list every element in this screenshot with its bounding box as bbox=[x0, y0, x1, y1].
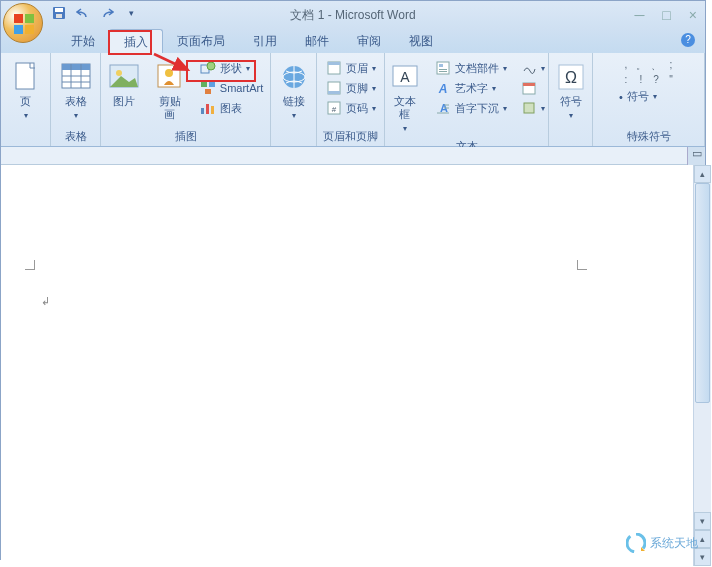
group-label-hf: 页眉和页脚 bbox=[323, 127, 378, 146]
wordart-icon: A bbox=[435, 80, 451, 96]
ribbon: 页▾ 表格 表格▾ 表格 bbox=[1, 53, 705, 147]
undo-button[interactable] bbox=[75, 5, 91, 21]
svg-rect-25 bbox=[211, 106, 214, 114]
svg-text:A: A bbox=[400, 69, 410, 85]
svg-rect-6 bbox=[56, 14, 62, 18]
redo-button[interactable] bbox=[99, 5, 115, 21]
drop-cap-button[interactable]: A 首字下沉 ▾ bbox=[431, 99, 511, 117]
symbol-button[interactable]: Ω 符号▾ bbox=[551, 59, 591, 124]
page-icon bbox=[10, 61, 42, 93]
close-button[interactable]: × bbox=[689, 7, 697, 23]
tab-view[interactable]: 视图 bbox=[395, 29, 447, 53]
svg-rect-24 bbox=[206, 104, 209, 114]
header-icon bbox=[326, 60, 342, 76]
svg-text:#: # bbox=[331, 105, 336, 114]
symbol-grid[interactable]: ,。、; :!?" bbox=[619, 59, 678, 85]
undo-icon bbox=[76, 7, 90, 19]
svg-rect-9 bbox=[62, 64, 90, 70]
minimize-button[interactable]: ─ bbox=[634, 7, 644, 23]
vertical-scrollbar[interactable]: ▴ ▾ ▴ ▾ bbox=[693, 165, 711, 566]
scroll-thumb[interactable] bbox=[695, 183, 710, 403]
qat-customize[interactable]: ▾ bbox=[123, 5, 139, 21]
document-area[interactable]: ↲ bbox=[1, 165, 693, 566]
page-number-icon: # bbox=[326, 100, 342, 116]
svg-text:Ω: Ω bbox=[565, 69, 577, 86]
svg-rect-0 bbox=[14, 14, 23, 23]
office-button[interactable] bbox=[3, 3, 43, 43]
table-icon bbox=[60, 61, 92, 93]
group-label-symbols: 特殊符号 bbox=[599, 127, 698, 146]
link-button[interactable]: 链接▾ bbox=[274, 59, 314, 124]
svg-rect-30 bbox=[328, 62, 340, 65]
watermark-text: 系统天地 bbox=[650, 535, 698, 552]
smartart-button[interactable]: SmartArt bbox=[196, 79, 267, 97]
svg-rect-38 bbox=[439, 64, 443, 67]
svg-rect-47 bbox=[523, 83, 535, 86]
save-button[interactable] bbox=[51, 5, 67, 21]
page-number-button[interactable]: # 页码 ▾ bbox=[322, 99, 380, 117]
svg-point-15 bbox=[116, 70, 122, 76]
object-button[interactable]: ▾ bbox=[517, 99, 549, 117]
page-margin-corner-left bbox=[25, 260, 35, 270]
svg-rect-22 bbox=[205, 89, 211, 94]
signature-button[interactable]: ▾ bbox=[517, 59, 549, 77]
svg-rect-23 bbox=[201, 108, 204, 114]
tab-layout[interactable]: 页面布局 bbox=[163, 29, 239, 53]
drop-cap-icon: A bbox=[435, 100, 451, 116]
wordart-button[interactable]: A 艺术字 ▾ bbox=[431, 79, 511, 97]
footer-icon bbox=[326, 80, 342, 96]
clipart-button[interactable]: 剪贴画 bbox=[150, 59, 190, 123]
quick-parts-icon bbox=[435, 60, 451, 76]
title-bar: ▾ 文档 1 - Microsoft Word ─ □ × bbox=[1, 1, 705, 29]
clipart-icon bbox=[154, 61, 186, 93]
tab-references[interactable]: 引用 bbox=[239, 29, 291, 53]
scroll-up-button[interactable]: ▴ bbox=[694, 165, 711, 183]
svg-rect-40 bbox=[439, 71, 447, 72]
datetime-button[interactable] bbox=[517, 79, 549, 97]
group-label-illustrations: 插图 bbox=[107, 127, 264, 146]
page-button[interactable]: 页▾ bbox=[6, 59, 46, 124]
picture-button[interactable]: 图片 bbox=[104, 59, 144, 110]
svg-rect-32 bbox=[328, 91, 340, 94]
shapes-icon bbox=[200, 60, 216, 76]
ribbon-tabs: 开始 插入 页面布局 引用 邮件 审阅 视图 ? bbox=[1, 29, 705, 53]
textbox-button[interactable]: A 文本框▾ bbox=[385, 59, 425, 137]
ruler-toggle[interactable]: ▭ bbox=[687, 147, 705, 165]
window-title: 文档 1 - Microsoft Word bbox=[290, 7, 415, 24]
object-icon bbox=[521, 100, 537, 116]
more-symbols-button[interactable]: • 符号 ▾ bbox=[619, 88, 661, 105]
maximize-button[interactable]: □ bbox=[662, 7, 670, 23]
chart-button[interactable]: 图表 bbox=[196, 99, 267, 117]
tab-insert[interactable]: 插入 bbox=[109, 29, 163, 53]
tab-home[interactable]: 开始 bbox=[57, 29, 109, 53]
textbox-icon: A bbox=[389, 61, 421, 93]
svg-point-19 bbox=[207, 62, 215, 70]
window-controls: ─ □ × bbox=[634, 7, 697, 23]
svg-rect-7 bbox=[16, 63, 34, 89]
quick-parts-button[interactable]: 文档部件 ▾ bbox=[431, 59, 511, 77]
svg-rect-21 bbox=[209, 82, 215, 87]
save-icon bbox=[52, 6, 66, 20]
svg-rect-2 bbox=[14, 25, 23, 34]
tab-mail[interactable]: 邮件 bbox=[291, 29, 343, 53]
link-icon bbox=[278, 61, 310, 93]
svg-point-17 bbox=[165, 69, 173, 77]
datetime-icon bbox=[521, 80, 537, 96]
help-button[interactable]: ? bbox=[681, 33, 695, 47]
table-button[interactable]: 表格▾ bbox=[56, 59, 96, 124]
watermark-globe-icon bbox=[626, 533, 646, 553]
office-logo-icon bbox=[12, 12, 36, 36]
scroll-down-button[interactable]: ▾ bbox=[694, 512, 711, 530]
svg-rect-20 bbox=[201, 82, 207, 87]
redo-icon bbox=[100, 7, 114, 19]
tab-review[interactable]: 审阅 bbox=[343, 29, 395, 53]
header-button[interactable]: 页眉 ▾ bbox=[322, 59, 380, 77]
svg-rect-39 bbox=[439, 69, 447, 70]
footer-button[interactable]: 页脚 ▾ bbox=[322, 79, 380, 97]
omega-icon: Ω bbox=[555, 61, 587, 93]
quick-access-toolbar: ▾ bbox=[51, 5, 139, 21]
group-label-tables2: 表格 bbox=[57, 127, 94, 146]
shapes-button[interactable]: 形状 ▾ bbox=[196, 59, 267, 77]
signature-icon bbox=[521, 60, 537, 76]
watermark: 系统天地 bbox=[626, 533, 698, 553]
